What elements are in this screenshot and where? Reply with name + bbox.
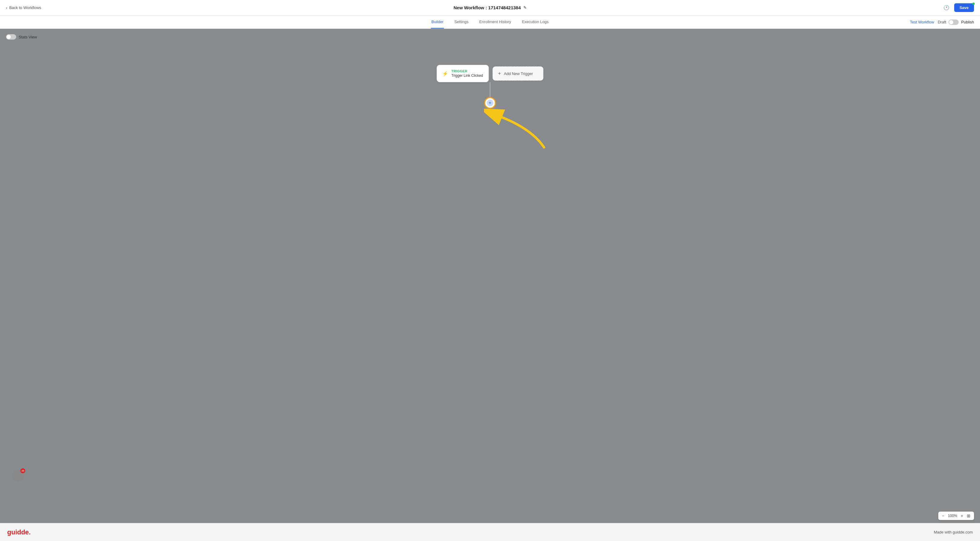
avatar[interactable]: 36 <box>12 469 24 482</box>
avatar-container: 36 <box>6 491 18 503</box>
trigger-row: ⚡ Trigger Trigger Link Clicked + Add New… <box>437 65 543 82</box>
tab-execution-logs[interactable]: Execution Logs <box>521 16 549 29</box>
add-step-button[interactable]: + <box>484 97 496 109</box>
header-center: New Workflow : 1714748421384 ✎ <box>453 5 526 10</box>
draft-publish-container: Draft Publish <box>938 19 974 25</box>
workflow-title-text: New Workflow : 1714748421384 <box>453 5 520 10</box>
nav-tabs: Builder Settings Enrollment History Exec… <box>0 16 980 29</box>
trigger-node-content: Trigger Trigger Link Clicked <box>451 69 483 78</box>
header: ‹ Back to Workflows New Workflow : 17147… <box>0 0 980 16</box>
draft-publish-toggle[interactable] <box>948 19 959 25</box>
add-trigger-node[interactable]: + Add New Trigger <box>492 66 543 81</box>
back-label: Back to Workflows <box>9 5 41 10</box>
header-right: 🕐 Save <box>943 3 974 12</box>
workflow-title: New Workflow : 1714748421384 ✎ <box>453 5 526 10</box>
zoom-fit-button[interactable]: ⊞ <box>966 513 972 519</box>
tab-settings[interactable]: Settings <box>454 16 469 29</box>
add-trigger-plus-icon: + <box>498 71 501 76</box>
publish-label: Publish <box>961 20 974 24</box>
zoom-in-button[interactable]: + <box>959 513 964 519</box>
tab-enrollment-history[interactable]: Enrollment History <box>479 16 512 29</box>
trigger-node[interactable]: ⚡ Trigger Trigger Link Clicked <box>437 65 489 82</box>
test-workflow-button[interactable]: Test Workflow <box>910 20 934 24</box>
stats-toggle-knob <box>6 35 11 39</box>
add-trigger-label: Add New Trigger <box>504 72 533 76</box>
zoom-out-button[interactable]: − <box>941 513 945 519</box>
guidde-logo: guidde. <box>7 528 30 536</box>
nav-tabs-center: Builder Settings Enrollment History Exec… <box>431 16 549 29</box>
trigger-node-value: Trigger Link Clicked <box>451 73 483 78</box>
back-arrow-icon: ‹ <box>6 5 8 10</box>
zoom-level: 100% <box>947 514 958 518</box>
trigger-node-label: Trigger <box>451 69 483 73</box>
trigger-icon: ⚡ <box>442 71 448 76</box>
zoom-controls: − 100% + ⊞ <box>938 512 974 520</box>
stats-view-label: Stats View <box>19 35 37 39</box>
workflow-area: ⚡ Trigger Trigger Link Clicked + Add New… <box>437 65 543 109</box>
save-button[interactable]: Save <box>954 3 974 12</box>
back-to-workflows-link[interactable]: ‹ Back to Workflows <box>6 5 41 10</box>
nav-tabs-right: Test Workflow Draft Publish <box>910 19 974 25</box>
arrow-annotation <box>484 105 562 153</box>
history-icon[interactable]: 🕐 <box>943 5 950 11</box>
draft-label: Draft <box>938 20 946 24</box>
workflow-canvas: Stats View ⚡ Trigger Trigger Link Clicke… <box>0 29 980 523</box>
notification-badge: 36 <box>21 468 25 473</box>
edit-icon[interactable]: ✎ <box>523 5 527 10</box>
workflow-connector <box>490 82 490 97</box>
stats-view-toggle-container: Stats View <box>6 34 37 40</box>
toggle-knob <box>949 20 953 24</box>
tab-builder[interactable]: Builder <box>431 16 444 29</box>
add-step-inner-icon: + <box>487 100 493 106</box>
footer: guidde. Made with guidde.com <box>0 523 980 541</box>
stats-view-toggle[interactable] <box>6 34 16 40</box>
footer-credit: Made with guidde.com <box>934 530 973 535</box>
